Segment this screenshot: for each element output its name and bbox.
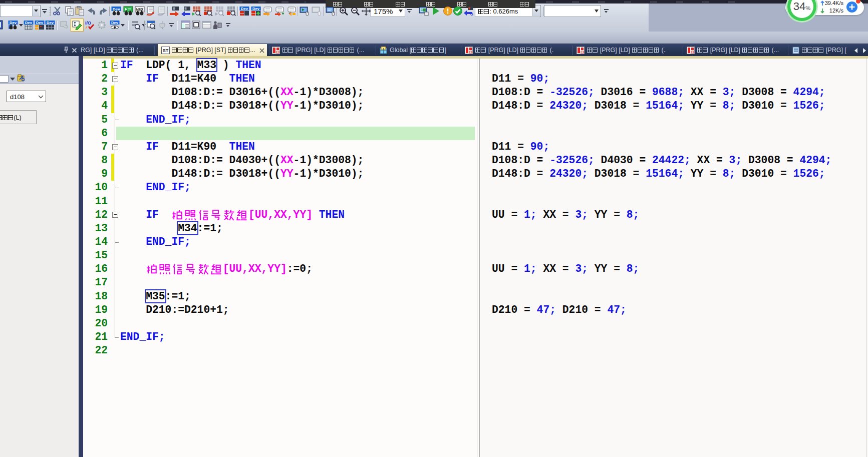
svg-text:Dev: Dev: [47, 21, 54, 25]
svg-text:Dev: Dev: [36, 21, 44, 25]
svg-text:Dev: Dev: [25, 21, 33, 25]
svg-text:Dev: Dev: [252, 7, 260, 11]
svg-text:Dev: Dev: [10, 21, 17, 25]
svg-text:HEX: HEX: [136, 8, 144, 11]
svg-text:Dev: Dev: [241, 7, 248, 11]
svg-text:ST: ST: [163, 48, 169, 53]
svg-text:OK: OK: [470, 13, 473, 16]
svg-text:I/O: I/O: [85, 21, 91, 26]
svg-text:Dev: Dev: [111, 21, 119, 25]
